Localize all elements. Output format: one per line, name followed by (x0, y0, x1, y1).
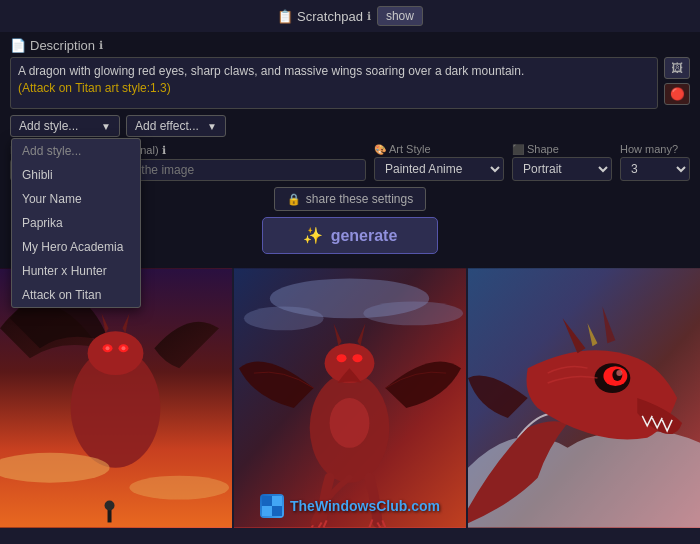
style-chevron-icon: ▼ (101, 121, 111, 132)
watermark: TheWindowsClub.com (260, 494, 440, 518)
shape-label: Shape (527, 143, 559, 155)
svg-point-2 (88, 331, 144, 375)
shape-select[interactable]: Portrait Landscape Square (512, 157, 612, 181)
art-style-label: Art Style (389, 143, 431, 155)
dropdown-item-paprika[interactable]: Paprika (12, 211, 140, 235)
count-group: How many? 1 2 3 4 (620, 143, 690, 181)
lock-icon: 🔒 (287, 193, 301, 206)
watermark-logo (260, 494, 284, 518)
side-buttons: 🖼 🔴 (664, 57, 690, 105)
svg-point-19 (330, 398, 370, 448)
description-row: A dragon with glowing red eyes, sharp cl… (10, 57, 690, 109)
sparkle-icon: ✨ (303, 226, 323, 245)
watermark-text: TheWindowsClub.com (290, 498, 440, 514)
dragon-svg-2 (234, 268, 466, 528)
color-btn[interactable]: 🔴 (664, 83, 690, 105)
scratchpad-icon: 📋 (277, 9, 293, 24)
count-select[interactable]: 1 2 3 4 (620, 157, 690, 181)
dropdown-item-add-style[interactable]: Add style... (12, 139, 140, 163)
svg-rect-25 (262, 496, 272, 506)
style-dropdown[interactable]: Add style... ▼ Add style... Ghibli Your … (10, 115, 120, 137)
scratchpad-info-icon[interactable]: ℹ (367, 10, 371, 23)
count-label: How many? (620, 143, 678, 155)
effect-chevron-icon: ▼ (207, 121, 217, 132)
dropdown-item-my-hero-academia[interactable]: My Hero Academia (12, 235, 140, 259)
top-bar: 📋 Scratchpad ℹ show (0, 0, 700, 32)
art-style-icon: 🎨 (374, 144, 386, 155)
svg-point-17 (337, 354, 347, 362)
generate-button[interactable]: ✨ generate (262, 217, 439, 254)
dropdown-item-your-name[interactable]: Your Name (12, 187, 140, 211)
effect-dropdown[interactable]: Add effect... ▼ (126, 115, 226, 137)
svg-point-10 (105, 501, 115, 511)
style-row: Add style... ▼ Add style... Ghibli Your … (10, 115, 690, 137)
share-settings-button[interactable]: 🔒 share these settings (274, 187, 426, 211)
count-label-group: How many? (620, 143, 690, 155)
shape-label-group: ⬛ Shape (512, 143, 612, 155)
image-slot-2[interactable] (234, 268, 466, 528)
svg-point-14 (363, 301, 463, 325)
description-file-icon: 📄 (10, 38, 26, 53)
description-wrapper: A dragon with glowing red eyes, sharp cl… (10, 57, 658, 109)
watermark-domain: .com (407, 498, 440, 514)
show-button[interactable]: show (377, 6, 423, 26)
description-header: 📄 Description ℹ (10, 38, 690, 53)
share-btn-label: share these settings (306, 192, 413, 206)
art-style-label-group: 🎨 Art Style (374, 143, 504, 155)
generate-label: generate (331, 227, 398, 245)
style-dropdown-menu: Add style... Ghibli Your Name Paprika My… (11, 138, 141, 308)
svg-rect-26 (272, 496, 282, 506)
dropdown-item-ghibli[interactable]: Ghibli (12, 163, 140, 187)
svg-rect-28 (272, 506, 282, 516)
watermark-colored: TheWindowsClub (290, 498, 407, 514)
art-style-group: 🎨 Art Style Painted Anime Anime Realisti… (374, 143, 504, 181)
svg-point-8 (129, 476, 229, 500)
description-normal-text: A dragon with glowing red eyes, sharp cl… (18, 64, 524, 78)
shape-group: ⬛ Shape Portrait Landscape Square (512, 143, 612, 181)
scratchpad-area: 📋 Scratchpad ℹ (277, 9, 371, 24)
description-display[interactable]: A dragon with glowing red eyes, sharp cl… (10, 57, 658, 109)
image-slot-3[interactable] (468, 268, 700, 528)
svg-rect-27 (262, 506, 272, 516)
effect-dropdown-label: Add effect... (135, 119, 199, 133)
svg-point-5 (106, 346, 110, 350)
shape-icon: ⬛ (512, 144, 524, 155)
image-upload-btn[interactable]: 🖼 (664, 57, 690, 79)
svg-point-18 (352, 354, 362, 362)
dropdown-item-hunter-x-hunter[interactable]: Hunter x Hunter (12, 259, 140, 283)
main-content: 📄 Description ℹ A dragon with glowing re… (0, 32, 700, 268)
negative-info-icon[interactable]: ℹ (162, 144, 166, 157)
art-style-select[interactable]: Painted Anime Anime Realistic Sketch (374, 157, 504, 181)
scratchpad-label: Scratchpad (297, 9, 363, 24)
style-dropdown-label: Add style... (19, 119, 78, 133)
description-yellow-text: (Attack on Titan art style:1.3) (18, 81, 171, 95)
description-label: Description (30, 38, 95, 53)
dropdown-item-attack-on-titan[interactable]: Attack on Titan (12, 283, 140, 307)
description-info-icon[interactable]: ℹ (99, 39, 103, 52)
svg-point-13 (244, 306, 324, 330)
svg-point-6 (121, 346, 125, 350)
svg-point-24 (616, 370, 622, 376)
dragon-svg-3 (468, 268, 700, 528)
